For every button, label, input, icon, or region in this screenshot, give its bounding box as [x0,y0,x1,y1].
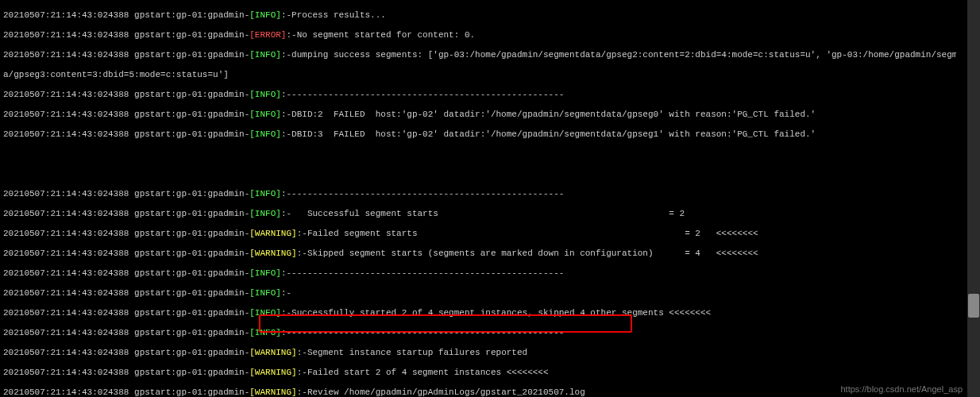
log-line: 20210507:21:14:43:024388 gpstart:gp-01:g… [3,268,953,279]
scrollbar-track[interactable] [967,0,980,397]
log-line: 20210507:21:14:43:024388 gpstart:gp-01:g… [3,368,953,378]
log-line: 20210507:21:14:43:024388 gpstart:gp-01:g… [3,288,953,299]
log-line: 20210507:21:14:43:024388 gpstart:gp-01:g… [3,348,953,358]
log-line: 20210507:21:14:43:024388 gpstart:gp-01:g… [3,387,953,398]
log-line: 20210507:21:14:43:024388 gpstart:gp-01:g… [3,189,953,199]
log-line: 20210507:21:14:43:024388 gpstart:gp-01:g… [3,10,953,21]
log-line: 20210507:21:14:43:024388 gpstart:gp-01:g… [3,90,953,100]
log-line: a/gpseg3:content=3:dbid=5:mode=c:status=… [3,70,953,80]
log-line: 20210507:21:14:43:024388 gpstart:gp-01:g… [3,209,953,219]
log-line: 20210507:21:14:43:024388 gpstart:gp-01:g… [3,129,953,140]
log-line [3,169,953,179]
log-line: 20210507:21:14:43:024388 gpstart:gp-01:g… [3,50,953,60]
log-line: 20210507:21:14:43:024388 gpstart:gp-01:g… [3,229,953,239]
log-line: 20210507:21:14:43:024388 gpstart:gp-01:g… [3,328,953,338]
terminal-output[interactable]: 20210507:21:14:43:024388 gpstart:gp-01:g… [0,0,956,397]
scrollbar-thumb[interactable] [968,294,979,318]
log-line: 20210507:21:14:43:024388 gpstart:gp-01:g… [3,30,953,40]
log-line: 20210507:21:14:43:024388 gpstart:gp-01:g… [3,308,953,318]
log-line: 20210507:21:14:43:024388 gpstart:gp-01:g… [3,249,953,259]
watermark-text: https://blog.csdn.net/Angel_asp [841,384,963,395]
log-line [3,149,953,160]
log-line: 20210507:21:14:43:024388 gpstart:gp-01:g… [3,110,953,120]
